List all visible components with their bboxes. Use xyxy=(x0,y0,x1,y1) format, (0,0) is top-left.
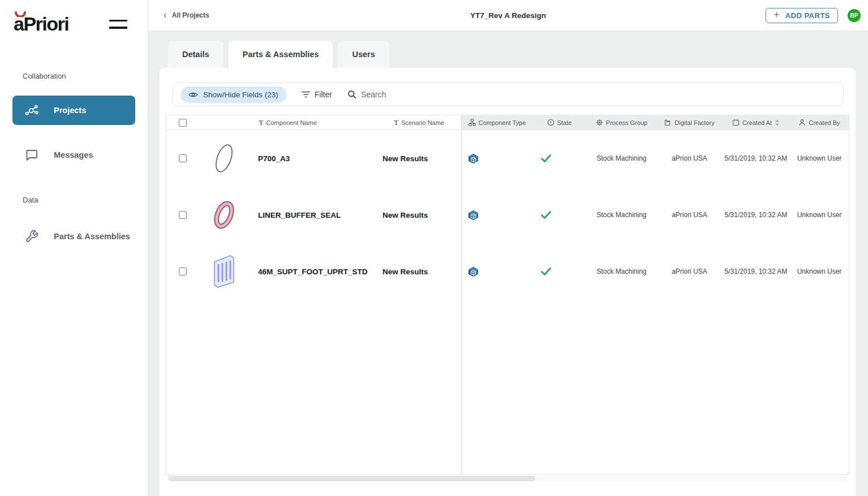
tab-bar: Details Parts & Assemblies Users xyxy=(148,31,868,68)
add-parts-label: ADD PARTS xyxy=(785,11,830,20)
process-group-cell: Stock Machining xyxy=(586,154,657,162)
component-name-cell: 46M_SUPT_FOOT_UPRT_STD xyxy=(258,268,368,276)
blue-cube-icon xyxy=(468,266,479,277)
text-icon: T xyxy=(259,118,263,127)
column-header-state[interactable]: State xyxy=(532,119,586,126)
blue-cube-icon xyxy=(468,153,479,164)
plus-icon: + xyxy=(774,9,779,20)
created-by-cell: Unknown User xyxy=(790,268,849,275)
tab-details[interactable]: Details xyxy=(168,41,224,68)
sidebar-item-label: Projects xyxy=(54,106,86,115)
table-row[interactable]: Stock Machining aPriori USA 5/31/2019, 1… xyxy=(462,243,849,300)
select-all-checkbox[interactable] xyxy=(166,119,199,127)
eye-icon xyxy=(188,91,198,98)
sidebar-item-projects[interactable]: Projects xyxy=(12,96,135,125)
checkbox-icon xyxy=(179,119,187,127)
table-toolbar: Show/Hide Fields (23) Filter Search xyxy=(172,83,844,106)
parts-assemblies-panel: Show/Hide Fields (23) Filter Search xyxy=(160,68,856,496)
user-avatar[interactable]: BP xyxy=(848,9,861,22)
scenario-name-cell: New Results xyxy=(377,211,461,219)
filter-icon xyxy=(302,91,310,98)
sort-arrows-icon[interactable] xyxy=(775,119,780,126)
content-area: Details Parts & Assemblies Users Show/Hi… xyxy=(148,31,868,496)
process-group-cell: Stock Machining xyxy=(586,211,657,219)
created-at-cell: 5/31/2019, 10:32 AM xyxy=(722,154,790,162)
blue-cube-icon xyxy=(468,210,479,221)
table-row[interactable]: LINER_BUFFER_SEAL New Results xyxy=(166,187,461,243)
scenario-name-cell: New Results xyxy=(377,268,461,276)
logo-breve-icon xyxy=(14,11,27,17)
green-check-icon xyxy=(540,210,552,219)
green-check-icon xyxy=(540,267,552,276)
table-row[interactable]: P700_A3 New Results xyxy=(166,130,461,187)
column-header-scenario-name[interactable]: T Scenario Name xyxy=(377,118,461,127)
row-checkbox[interactable] xyxy=(179,154,187,162)
sidebar: aPriori Collaboration Projects xyxy=(0,0,148,496)
user-icon xyxy=(798,119,806,126)
breadcrumb-label: All Projects xyxy=(172,11,209,19)
wrench-icon xyxy=(24,229,39,244)
digital-factory-cell: aPriori USA xyxy=(657,211,722,219)
component-name-cell: P700_A3 xyxy=(258,154,290,163)
column-header-component-type[interactable]: Component Type xyxy=(462,119,532,126)
factory-icon xyxy=(664,119,672,126)
row-checkbox[interactable] xyxy=(179,268,187,275)
sidebar-item-label: Parts & Assemblies xyxy=(54,232,130,241)
gear-icon xyxy=(596,119,603,126)
breadcrumb-all-projects[interactable]: ‹ All Projects xyxy=(164,11,209,20)
sidebar-section-collaboration: Collaboration xyxy=(23,72,148,80)
hamburger-icon xyxy=(109,20,127,21)
horizontal-scrollbar-track[interactable] xyxy=(168,476,848,481)
main-area: ‹ All Projects YT7_Rev A Redesign + ADD … xyxy=(148,0,868,496)
column-header-digital-factory[interactable]: Digital Factory xyxy=(657,119,722,126)
search-input[interactable]: Search xyxy=(347,90,386,99)
digital-factory-cell: aPriori USA xyxy=(657,154,722,162)
search-placeholder: Search xyxy=(361,90,386,99)
digital-factory-cell: aPriori USA xyxy=(657,268,722,275)
seal-ring-thumbnail xyxy=(210,197,238,233)
green-check-icon xyxy=(540,154,552,163)
hierarchy-icon xyxy=(469,119,476,126)
created-at-cell: 5/31/2019, 10:32 AM xyxy=(722,268,790,275)
tab-parts-assemblies[interactable]: Parts & Assemblies xyxy=(229,41,333,68)
exclamation-circle-icon xyxy=(547,119,555,126)
table-header-right: Component Type State xyxy=(462,115,849,130)
calendar-icon xyxy=(732,119,740,126)
show-hide-fields-button[interactable]: Show/Hide Fields (23) xyxy=(181,87,286,103)
text-icon: T xyxy=(394,118,398,127)
table-header-left: T Component Name T Scenario Name xyxy=(166,115,461,130)
add-parts-button[interactable]: + ADD PARTS xyxy=(766,8,838,23)
menu-toggle-button[interactable] xyxy=(109,18,127,31)
chevron-left-icon: ‹ xyxy=(164,10,167,20)
logo-text-rest: Priori xyxy=(23,13,68,34)
created-by-cell: Unknown User xyxy=(790,211,849,219)
top-header: ‹ All Projects YT7_Rev A Redesign + ADD … xyxy=(148,0,868,31)
parts-table: T Component Name T Scenario Name xyxy=(166,115,849,475)
column-header-created-by[interactable]: Created By xyxy=(790,119,849,126)
created-at-cell: 5/31/2019, 10:32 AM xyxy=(722,211,790,219)
sidebar-section-data: Data xyxy=(23,196,148,204)
process-group-cell: Stock Machining xyxy=(586,268,657,275)
table-row[interactable]: Stock Machining aPriori USA 5/31/2019, 1… xyxy=(462,187,849,243)
column-header-component-name[interactable]: T Component Name xyxy=(199,118,377,127)
table-row[interactable]: 46M_SUPT_FOOT_UPRT_STD New Results xyxy=(166,243,461,300)
table-row[interactable]: Stock Machining aPriori USA 5/31/2019, 1… xyxy=(462,130,849,187)
show-hide-fields-label: Show/Hide Fields (23) xyxy=(203,90,278,99)
created-by-cell: Unknown User xyxy=(790,154,849,162)
sidebar-item-parts-assemblies[interactable]: Parts & Assemblies xyxy=(12,222,135,251)
tab-users[interactable]: Users xyxy=(338,41,389,68)
column-header-created-at[interactable]: Created At xyxy=(722,119,790,126)
wire-ring-thumbnail xyxy=(210,140,238,176)
message-bubble-icon xyxy=(24,148,39,162)
filter-label: Filter xyxy=(315,90,332,99)
filter-button[interactable]: Filter xyxy=(302,90,332,99)
slotted-plate-thumbnail xyxy=(210,253,238,290)
column-header-process-group[interactable]: Process Group xyxy=(586,119,657,126)
network-icon xyxy=(24,103,39,118)
component-name-cell: LINER_BUFFER_SEAL xyxy=(258,211,341,219)
row-checkbox[interactable] xyxy=(179,211,187,219)
sidebar-item-messages[interactable]: Messages xyxy=(12,140,135,170)
page-title: YT7_Rev A Redesign xyxy=(470,11,546,20)
horizontal-scrollbar-thumb[interactable] xyxy=(168,476,535,481)
aprioro-logo: aPriori xyxy=(14,14,68,34)
